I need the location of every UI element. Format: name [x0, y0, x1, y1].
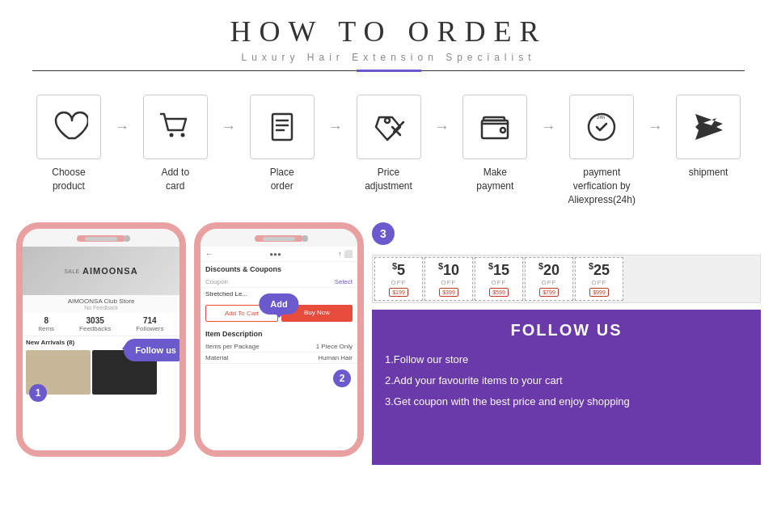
- follow-us-title: FOLLOW US: [385, 321, 748, 340]
- step-label-add-to-cart: Add tocard: [161, 166, 189, 193]
- step-icon-heart: [36, 95, 101, 159]
- stat-feedbacks-label: Feedbacks: [79, 325, 111, 332]
- coupon-min-4: $799: [539, 288, 559, 297]
- arrow-5: →: [539, 119, 557, 136]
- phone-speaker-1: [85, 237, 117, 241]
- phone1-logo: AIMOONSA: [82, 266, 138, 276]
- stat-followers-num: 714: [136, 316, 163, 325]
- coupon-min-5: $999: [589, 288, 609, 297]
- coupon-amount-1: $5: [392, 261, 405, 279]
- phone2-content: ← ●●● ↑ ⬜ Discounts & Coupons Coupon Sel…: [201, 247, 357, 450]
- phone-camera-1: [124, 235, 130, 242]
- add-bubble: Add: [259, 293, 298, 315]
- phone2-toolbar: ← ●●● ↑ ⬜: [201, 247, 357, 262]
- coupon-amount-5: $25: [589, 261, 610, 279]
- phone1-stats: 8 Items 3035 Feedbacks 714 Followers: [23, 313, 179, 336]
- page-subtitle: Luxury Hair Extension Specialist: [0, 52, 777, 63]
- step-label-choose-product: Chooseproduct: [52, 166, 85, 193]
- follow-us-box: FOLLOW US 1.Follow our store 2.Add your …: [372, 310, 761, 465]
- stat-followers-label: Followers: [136, 325, 163, 332]
- follow-item-1: 1.Follow our store: [385, 349, 748, 370]
- coupon-item-3: $15 OFF $599: [475, 257, 523, 301]
- phone2-section-discount: Discounts & Coupons: [201, 262, 357, 277]
- phone-mockup-1: SALE AIMOONSA AIMOONSA Club Store No Fee…: [16, 222, 186, 457]
- step-price-adjustment: Priceadjustment: [344, 95, 433, 193]
- coupon-amount-4: $20: [538, 261, 560, 279]
- step-label-price-adjustment: Priceadjustment: [365, 166, 412, 193]
- svg-point-6: [385, 118, 390, 123]
- desc-val-2: Human Hair: [318, 354, 353, 361]
- follow-item-2: 2.Add your favourite items to your cart: [385, 370, 748, 391]
- phone1-store-name: AIMOONSA Club Store No Feedback: [23, 295, 179, 313]
- coupon-strip: $5 OFF $199 $10 OFF $399 $15 OFF $599 $2…: [372, 255, 761, 303]
- step-label-make-payment: Makepayment: [476, 166, 513, 193]
- arrow-2: →: [220, 119, 238, 136]
- coupon-off-3: OFF: [492, 279, 507, 286]
- step-choose-product: Chooseproduct: [24, 95, 113, 193]
- svg-rect-2: [272, 114, 292, 140]
- desc-val-1: 1 Piece Only: [316, 343, 353, 350]
- page-title: HOW TO ORDER: [0, 15, 777, 49]
- step-shipment: shipment: [664, 95, 753, 179]
- coupon-off-1: OFF: [391, 279, 407, 286]
- svg-point-10: [500, 128, 505, 133]
- coupon-off-2: OFF: [441, 279, 457, 286]
- step-icon-cart: [143, 95, 208, 159]
- coupon-item-4: $20 OFF $799: [525, 257, 573, 301]
- follow-us-bubble: Follow us: [124, 339, 186, 361]
- step-label-place-order: Placeorder: [270, 166, 294, 193]
- coupon-off-5: OFF: [592, 279, 607, 286]
- steps-section: Chooseproduct → Add tocard → Placeorder …: [0, 78, 777, 214]
- header-section: HOW TO ORDER Luxury Hair Extension Speci…: [0, 0, 777, 78]
- svg-text:24h: 24h: [597, 115, 605, 120]
- step-make-payment: Makepayment: [450, 95, 539, 193]
- coupon-min-1: $199: [389, 288, 408, 297]
- badge-3: 3: [372, 222, 395, 245]
- arrow-4: →: [433, 119, 450, 136]
- line-right: [421, 70, 745, 71]
- step-payment-verification: 24h paymentverfication byAliexpress(24h): [557, 95, 646, 206]
- arrow-6: →: [646, 119, 664, 136]
- phone-mockup-2: ← ●●● ↑ ⬜ Discounts & Coupons Coupon Sel…: [194, 222, 364, 457]
- coupon-min-2: $399: [439, 288, 458, 297]
- phone2-desc-row-1: Items per Package 1 Piece Only: [201, 341, 357, 353]
- svg-point-1: [180, 133, 184, 137]
- phone-speaker-2: [263, 237, 295, 241]
- bottom-section: SALE AIMOONSA AIMOONSA Club Store No Fee…: [0, 214, 777, 465]
- stat-items-label: Items: [39, 325, 55, 332]
- step-icon-wallet: [462, 95, 527, 159]
- coupon-label: Coupon: [205, 278, 228, 285]
- header-divider: [32, 70, 745, 72]
- step-label-shipment: shipment: [689, 166, 728, 179]
- select-label: Select: [335, 278, 353, 285]
- coupon-amount-3: $15: [488, 261, 509, 279]
- phone2-desc-title: Item Description: [201, 327, 357, 341]
- phone2-desc-row-2: Material Human Hair: [201, 353, 357, 364]
- arrow-3: →: [327, 119, 344, 136]
- phone2-coupon-row: Coupon Select: [201, 277, 357, 288]
- coupon-min-3: $599: [489, 288, 509, 297]
- step-label-payment-verification: paymentverfication byAliexpress(24h): [568, 166, 636, 206]
- phone-camera-2: [302, 235, 308, 242]
- phone1-header: SALE AIMOONSA: [23, 247, 179, 295]
- right-panel: 3 $5 OFF $199 $10 OFF $399 $15 OFF $599 …: [372, 222, 761, 465]
- step-icon-plane: [676, 95, 741, 159]
- follow-us-list: 1.Follow our store 2.Add your favourite …: [385, 349, 748, 412]
- coupon-amount-2: $10: [438, 261, 459, 279]
- stat-items-num: 8: [39, 316, 55, 325]
- line-center: [357, 70, 421, 72]
- coupon-off-4: OFF: [542, 279, 557, 286]
- step-icon-document: [250, 95, 315, 159]
- phones-wrapper: SALE AIMOONSA AIMOONSA Club Store No Fee…: [16, 222, 364, 465]
- step-add-to-cart: Add tocard: [131, 95, 220, 193]
- line-left: [32, 70, 357, 71]
- coupon-item-2: $10 OFF $399: [424, 257, 473, 301]
- desc-key-1: Items per Package: [205, 343, 260, 350]
- step-icon-check-clock: 24h: [569, 95, 634, 159]
- coupon-item-5: $25 OFF $999: [575, 257, 623, 301]
- step-place-order: Placeorder: [238, 95, 327, 193]
- arrow-1: →: [113, 119, 131, 136]
- coupon-item-1: $5 OFF $199: [374, 257, 423, 301]
- desc-key-2: Material: [205, 354, 228, 361]
- svg-point-0: [169, 133, 173, 137]
